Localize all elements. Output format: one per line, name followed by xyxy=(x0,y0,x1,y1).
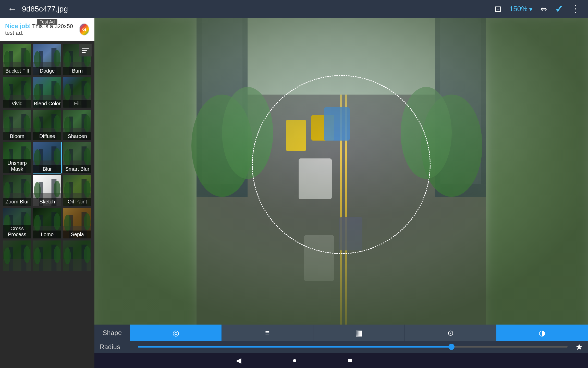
svg-point-94 xyxy=(23,246,30,263)
filter-item-bucket-fill[interactable]: Bucket Fill xyxy=(3,44,32,75)
svg-point-9 xyxy=(54,50,60,67)
filter-item-dodge[interactable]: Dodge xyxy=(33,44,62,75)
shape-target-button[interactable]: ⊙ xyxy=(405,325,496,341)
filter-label-bucket-fill: Bucket Fill xyxy=(3,67,31,75)
sort-line-3 xyxy=(82,52,86,53)
svg-point-64 xyxy=(23,181,30,198)
filter-label-zoom-blur: Zoom Blur xyxy=(3,198,31,206)
filter-label-diffuse: Diffuse xyxy=(33,132,61,140)
sort-icon xyxy=(82,48,89,53)
filter-label-cross-process: Cross Process xyxy=(3,225,31,238)
fullscreen-button[interactable]: ⊡ xyxy=(495,4,501,14)
zoom-value: 150% xyxy=(509,5,528,13)
filter-item-sharpen[interactable]: Sharpen xyxy=(63,109,92,141)
filter-label-burn: Burn xyxy=(63,67,91,75)
filter-label-lomo: Lomo xyxy=(33,231,61,238)
filter-item-generic3[interactable] xyxy=(63,240,92,272)
svg-point-84 xyxy=(54,213,60,230)
svg-point-38 xyxy=(34,117,41,133)
nav-home-button[interactable]: ● xyxy=(292,356,297,364)
filter-item-bloom[interactable]: Bloom xyxy=(3,109,32,141)
filter-item-blend-color[interactable]: Blend Color xyxy=(33,76,62,108)
confirm-button[interactable]: ✓ xyxy=(555,3,564,15)
svg-point-53 xyxy=(34,149,41,166)
svg-point-13 xyxy=(64,51,71,68)
radius-label: Radius xyxy=(100,343,133,351)
svg-point-104 xyxy=(84,246,90,263)
svg-point-88 xyxy=(64,215,71,232)
sort-line-1 xyxy=(82,48,89,49)
filter-item-diffuse[interactable]: Diffuse xyxy=(33,109,62,141)
lines-icon: ≡ xyxy=(265,328,270,337)
back-button[interactable]: ← xyxy=(8,4,17,14)
sort-line-2 xyxy=(82,50,87,51)
ad-banner: Test Ad Nice job! This is a 320x50 test … xyxy=(0,18,94,41)
shape-label: Shape xyxy=(94,325,130,341)
filter-grid-wrapper: Bucket FillDodgeBurnVividBlend ColorFill… xyxy=(0,41,94,274)
swap-button[interactable]: ⇔ xyxy=(540,4,547,14)
filter-label-blend-color: Blend Color xyxy=(33,100,61,108)
contrast-icon: ◑ xyxy=(539,328,545,337)
shape-lines-button[interactable]: ≡ xyxy=(222,325,313,341)
filter-item-oil-paint[interactable]: Oil Paint xyxy=(63,175,92,206)
filter-item-sepia[interactable]: Sepia xyxy=(63,207,92,239)
filter-item-cross-process[interactable]: Cross Process xyxy=(3,207,32,239)
radius-slider[interactable] xyxy=(138,346,568,348)
svg-point-8 xyxy=(34,51,41,68)
filter-thumb-generic1 xyxy=(3,240,31,271)
svg-point-3 xyxy=(4,51,10,68)
zoom-dropdown-icon: ▾ xyxy=(529,5,533,13)
svg-point-19 xyxy=(23,83,30,99)
filter-item-lomo[interactable]: Lomo xyxy=(33,207,62,239)
filter-label-sketch: Sketch xyxy=(33,198,61,206)
more-options-button[interactable]: ⋮ xyxy=(571,4,580,14)
filter-label-fill: Fill xyxy=(63,100,91,108)
shape-circle-button[interactable]: ◎ xyxy=(130,325,222,341)
filter-grid: Bucket FillDodgeBurnVividBlend ColorFill… xyxy=(0,41,94,274)
svg-point-33 xyxy=(4,117,10,133)
svg-point-73 xyxy=(64,182,71,199)
star-button[interactable]: ★ xyxy=(575,342,583,352)
google-g-icon: G xyxy=(80,24,89,35)
filter-item-zoom-blur[interactable]: Zoom Blur xyxy=(3,175,32,206)
radius-fill xyxy=(138,346,451,348)
radius-thumb xyxy=(448,344,455,350)
svg-point-4 xyxy=(23,50,30,67)
svg-point-18 xyxy=(4,84,10,101)
filter-item-fill[interactable]: Fill xyxy=(63,76,92,108)
filter-label-vivid: Vivid xyxy=(3,100,31,108)
top-bar: ← 9d85c477.jpg ⊡ 150% ▾ ⇔ ✓ ⋮ xyxy=(0,0,588,18)
zoom-control[interactable]: 150% ▾ xyxy=(509,5,533,13)
filter-item-blur[interactable]: Blur xyxy=(33,142,62,174)
ad-nice-text: Nice job! xyxy=(5,22,31,29)
filter-label-bloom: Bloom xyxy=(3,132,31,140)
nav-back-button[interactable]: ◀ xyxy=(236,356,241,365)
filter-item-vivid[interactable]: Vivid xyxy=(3,76,32,108)
shape-grid-button[interactable]: ▦ xyxy=(313,325,405,341)
filter-item-generic1[interactable] xyxy=(3,240,32,272)
svg-point-43 xyxy=(64,117,71,133)
filter-label-sepia: Sepia xyxy=(63,231,91,238)
sort-button[interactable] xyxy=(79,44,92,56)
svg-point-34 xyxy=(23,115,30,132)
filter-label-blur: Blur xyxy=(33,165,61,173)
filter-thumb-generic2 xyxy=(33,240,61,271)
filter-thumb-generic3 xyxy=(63,240,91,271)
shape-contrast-button[interactable]: ◑ xyxy=(496,325,588,341)
main-canvas[interactable] xyxy=(94,18,588,340)
svg-point-63 xyxy=(4,182,10,199)
filter-label-sharpen: Sharpen xyxy=(63,132,91,140)
svg-point-99 xyxy=(54,246,60,263)
nav-recents-button[interactable]: ■ xyxy=(348,356,352,364)
target-icon: ⊙ xyxy=(447,328,454,337)
filter-item-unsharp-mask[interactable]: Unsharp Mask xyxy=(3,142,32,174)
filter-item-generic2[interactable] xyxy=(33,240,62,272)
svg-point-83 xyxy=(34,215,41,232)
svg-point-28 xyxy=(64,84,71,101)
filter-item-smart-blur[interactable]: Smart Blur xyxy=(63,142,92,174)
svg-point-23 xyxy=(34,84,41,101)
svg-point-68 xyxy=(34,182,41,199)
filter-item-sketch[interactable]: Sketch xyxy=(33,175,62,206)
svg-point-103 xyxy=(64,247,71,264)
bottom-toolbar: Shape ◎ ≡ ▦ ⊙ ◑ Radius ★ xyxy=(94,325,588,353)
